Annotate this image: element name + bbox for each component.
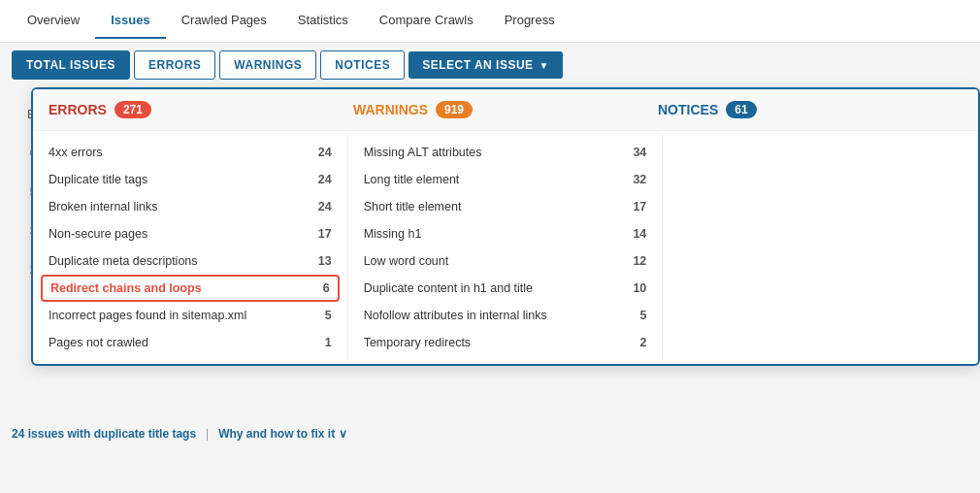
select-issue-button[interactable]: SELECT AN ISSUE ▼ [408,51,563,79]
error-row-duplicate-title[interactable]: Duplicate title tags 24 [33,166,347,193]
panel-body: 4xx errors 24 Duplicate title tags 24 Br… [33,131,978,364]
warnings-column: Missing ALT attributes 34 Long title ele… [348,135,664,360]
status-separator: | [206,427,209,441]
nav-tab-issues[interactable]: Issues [95,3,165,39]
notices-heading: NOTICES [658,102,718,117]
main-content: Err 64 55 38 24 ERRORS 271 WARNINGS 919 … [0,87,980,417]
chevron-down-icon: ∨ [339,427,347,441]
notices-filter-button[interactable]: NOTICES [320,50,405,80]
nav-tab-progress[interactable]: Progress [489,3,571,39]
error-row-incorrect-pages[interactable]: Incorrect pages found in sitemap.xml 5 [33,302,347,329]
top-navigation: Overview Issues Crawled Pages Statistics… [0,0,980,43]
warning-row-short-title[interactable]: Short title element 17 [348,193,663,220]
error-row-broken-links[interactable]: Broken internal links 24 [33,193,347,220]
why-fix-link[interactable]: Why and how to fix it ∨ [218,427,346,441]
error-row-redirect-chains[interactable]: Redirect chains and loops 6 [41,275,340,302]
errors-filter-button[interactable]: ERRORS [134,50,215,80]
error-row-4xx[interactable]: 4xx errors 24 [33,139,347,166]
warning-row-missing-h1[interactable]: Missing h1 14 [348,220,663,247]
errors-column: 4xx errors 24 Duplicate title tags 24 Br… [33,135,348,360]
issues-toolbar: TOTAL ISSUES ERRORS WARNINGS NOTICES SEL… [0,43,980,87]
notices-column [663,135,978,360]
warning-row-temporary-redirects[interactable]: Temporary redirects 2 [348,329,663,356]
warnings-badge: 919 [436,101,473,118]
warnings-section-header: WARNINGS 919 [353,101,658,118]
issues-count-link[interactable]: 24 issues with duplicate title tags [12,427,196,441]
error-row-non-secure[interactable]: Non-secure pages 17 [33,220,347,247]
warning-row-long-title[interactable]: Long title element 32 [348,166,663,193]
warnings-filter-button[interactable]: WARNINGS [219,50,316,80]
warning-row-low-word-count[interactable]: Low word count 12 [348,247,663,275]
warnings-heading: WARNINGS [353,102,428,117]
dropdown-arrow-icon: ▼ [539,60,549,71]
notices-section-header: NOTICES 61 [658,101,963,118]
errors-heading: ERRORS [49,102,107,117]
panel-header: ERRORS 271 WARNINGS 919 NOTICES 61 [33,89,978,131]
warning-row-nofollow[interactable]: Nofollow attributes in internal links 5 [348,302,663,329]
chart-area: ERRORS 271 WARNINGS 919 NOTICES 61 4xx e… [47,87,968,417]
warning-row-duplicate-content[interactable]: Duplicate content in h1 and title 10 [348,275,663,302]
nav-tab-statistics[interactable]: Statistics [282,3,364,39]
status-bar: 24 issues with duplicate title tags | Wh… [0,421,980,446]
errors-section-header: ERRORS 271 [49,101,353,118]
warning-row-missing-alt[interactable]: Missing ALT attributes 34 [348,139,663,166]
error-row-duplicate-meta[interactable]: Duplicate meta descriptions 13 [33,247,347,275]
nav-tab-compare-crawls[interactable]: Compare Crawls [364,3,489,39]
error-row-pages-not-crawled[interactable]: Pages not crawled 1 [33,329,347,356]
errors-badge: 271 [114,101,151,118]
nav-tab-crawled-pages[interactable]: Crawled Pages [166,3,282,39]
issue-dropdown-panel: ERRORS 271 WARNINGS 919 NOTICES 61 4xx e… [31,87,980,366]
notices-badge: 61 [726,101,756,118]
nav-tab-overview[interactable]: Overview [12,3,95,39]
total-issues-button[interactable]: TOTAL ISSUES [12,50,130,80]
